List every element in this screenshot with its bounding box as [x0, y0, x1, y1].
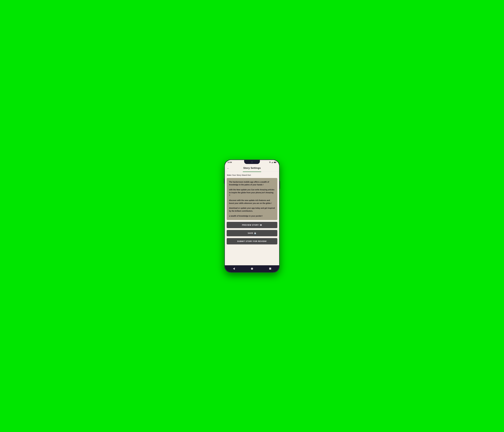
phone-frame: 13:59: [225, 160, 279, 272]
story-paragraph-4: download or update your app today and ge…: [229, 207, 275, 212]
story-paragraph-3: discover with the new update rich featur…: [229, 199, 275, 205]
back-button[interactable]: ⌄: [227, 167, 229, 170]
volume-button: [224, 178, 225, 184]
svg-rect-3: [273, 162, 273, 163]
preview-story-button[interactable]: PREVIEW STORY 👀: [227, 222, 277, 228]
battery-icon: [274, 162, 277, 163]
svg-rect-1: [272, 162, 272, 163]
page-title: Story Settings: [243, 167, 261, 170]
story-paragraph-5: a wealth of knowledge in your pocket !: [229, 215, 275, 217]
submit-button-label: SUBMIT STORY FOR REVIEW!: [237, 240, 267, 242]
power-button: [279, 181, 280, 189]
nav-recent-button[interactable]: [268, 266, 272, 271]
wifi-icon: [269, 162, 271, 163]
svg-rect-0: [271, 162, 272, 163]
notch: [244, 160, 260, 164]
submit-story-button[interactable]: SUBMIT STORY FOR REVIEW!: [227, 238, 277, 244]
status-icons: [269, 162, 277, 163]
save-button-label: SAVE: [248, 232, 253, 234]
app-header: ⌄ Story Settings: [225, 165, 279, 171]
svg-rect-5: [274, 162, 276, 163]
save-icon: 💾: [254, 232, 256, 234]
status-time: 13:59: [227, 161, 232, 163]
section-label: Make Your Story Stand Out:: [227, 174, 277, 176]
nav-back-button[interactable]: [232, 266, 236, 271]
back-icon: [233, 268, 235, 270]
signal-icon: [271, 162, 273, 163]
svg-rect-2: [272, 162, 273, 163]
nav-home-button[interactable]: [250, 266, 254, 271]
story-preview-box: The hackernoon mobile app offers a wealt…: [227, 178, 277, 220]
story-paragraph-2: with the New update you Can write Amazin…: [229, 188, 275, 197]
preview-button-label: PREVIEW STORY: [242, 224, 259, 226]
home-icon: [251, 268, 253, 270]
save-button[interactable]: SAVE 💾: [227, 230, 277, 236]
recent-icon: [269, 268, 271, 270]
bottom-nav: [225, 265, 279, 272]
app-content: Make Your Story Stand Out: The hackernoo…: [225, 172, 279, 265]
camera: [251, 161, 253, 163]
preview-icon: 👀: [260, 224, 262, 226]
story-paragraph-1: The hackernoon mobile app offers a wealt…: [229, 181, 275, 186]
